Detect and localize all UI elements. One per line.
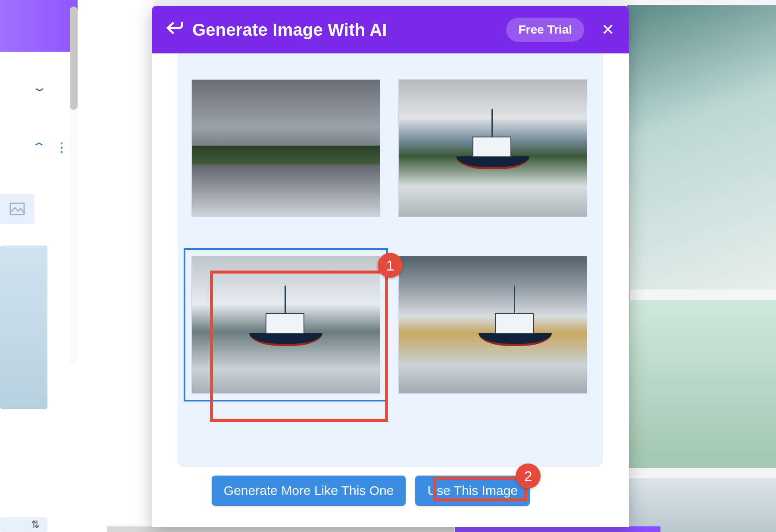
background-image <box>627 478 776 532</box>
generated-image-option-selected[interactable] <box>191 256 380 394</box>
sort-icon[interactable]: ⇅ <box>31 519 40 531</box>
results-grid <box>191 79 589 394</box>
content-margin <box>78 0 153 532</box>
close-icon[interactable]: ✕ <box>601 22 614 37</box>
free-trial-badge[interactable]: Free Trial <box>506 18 584 42</box>
chevron-up-icon[interactable]: ⌃ <box>31 140 47 154</box>
chevron-down-icon[interactable]: ⌄ <box>31 80 47 94</box>
sidebar-scroll-thumb[interactable] <box>70 6 78 110</box>
generate-more-button[interactable]: Generate More Like This One <box>212 476 406 506</box>
use-this-image-button[interactable]: Use This Image <box>415 476 530 506</box>
annotation-step-badge: 1 <box>378 253 403 278</box>
sidebar-thumbnail[interactable] <box>0 246 47 409</box>
generated-image-option[interactable] <box>398 79 587 217</box>
annotation-step-badge: 2 <box>516 464 541 488</box>
generated-image-option[interactable] <box>398 256 587 394</box>
background-image <box>627 5 776 289</box>
modal-header: Generate Image With AI Free Trial ✕ <box>152 6 629 53</box>
generate-image-modal: Generate Image With AI Free Trial ✕ <box>152 6 629 527</box>
modal-title: Generate Image With AI <box>192 20 497 40</box>
background-image <box>627 300 776 468</box>
svg-rect-0 <box>10 203 24 215</box>
modal-body: Generate More Like This One Use This Ima… <box>178 53 603 527</box>
generated-image-option[interactable] <box>191 79 380 217</box>
back-arrow-icon[interactable] <box>166 22 183 38</box>
sidebar-control[interactable] <box>0 517 47 532</box>
more-vertical-icon[interactable]: ⋮ <box>55 140 67 155</box>
image-placeholder-icon[interactable] <box>0 194 34 224</box>
